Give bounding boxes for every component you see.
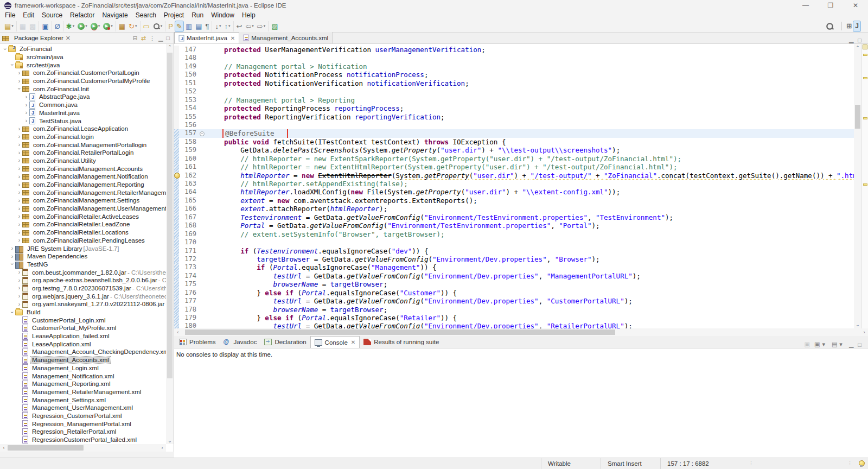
line-number[interactable]: 163 xyxy=(179,180,199,188)
highlighter-button[interactable]: ✎ xyxy=(175,21,183,31)
show-selected-element-button[interactable]: ▥ xyxy=(184,21,193,31)
menu-search[interactable]: Search xyxy=(132,11,160,20)
line-number[interactable]: 178 xyxy=(179,306,199,314)
coverage-button[interactable]: ▶▾ xyxy=(90,21,101,31)
line-number[interactable]: 169 xyxy=(179,230,199,238)
code-line[interactable]: 176 } else if (Portal.equalsIgnoreCase("… xyxy=(174,289,854,297)
search-icon[interactable] xyxy=(826,22,834,30)
tree-item[interactable]: LeaseApplication.xml xyxy=(0,340,166,348)
run-dropdown-icon[interactable]: ▾ xyxy=(85,24,87,28)
code-line[interactable]: 177 testUrl = GetData.getValueFromConfig… xyxy=(174,297,854,305)
line-number[interactable]: 174 xyxy=(179,272,199,280)
debug-dropdown-icon[interactable]: ▾ xyxy=(73,24,75,28)
scroll-left-icon[interactable]: ‹ xyxy=(174,329,182,335)
line-number[interactable]: 153 xyxy=(179,96,199,104)
forward-button[interactable]: ⇨▾ xyxy=(256,21,266,31)
view-tab-declaration[interactable]: Declaration xyxy=(260,336,310,348)
expand-arrow-icon[interactable]: › xyxy=(16,269,22,275)
editor-vertical-scrollbar[interactable]: ⌃ ⌄ xyxy=(854,44,861,328)
editor-tab-management-accounts-xml[interactable]: Management_Accounts.xml xyxy=(239,32,333,43)
code-line[interactable]: 160 // htmlReporter = new ExtentSparkRep… xyxy=(174,155,854,163)
display-selected-console-icon[interactable]: ▣▾ xyxy=(814,341,827,348)
code-line[interactable]: 171 if (Testenvironment.equalsIgnoreCase… xyxy=(174,247,854,255)
line-number[interactable]: 171 xyxy=(179,247,199,255)
last-edit-location-button[interactable]: ↩ xyxy=(235,21,244,31)
code-line[interactable]: 158 public void fetchSuite(ITestContext … xyxy=(174,138,854,146)
expand-arrow-icon[interactable]: › xyxy=(23,94,29,100)
debug-button[interactable]: ✱▾ xyxy=(65,21,75,31)
tree-item[interactable]: Management_Notification.xml xyxy=(0,372,166,380)
expand-arrow-icon[interactable]: › xyxy=(23,102,29,108)
line-number[interactable]: 172 xyxy=(179,255,199,263)
view-menu-icon[interactable]: ⋮ xyxy=(149,35,155,42)
tree-item[interactable]: ›Common.java xyxy=(0,101,166,109)
scrollbar-thumb[interactable] xyxy=(855,105,860,129)
close-button[interactable]: ✕ xyxy=(843,0,868,11)
search-flashlight-dropdown-icon[interactable]: ▾ xyxy=(161,24,163,28)
code-line[interactable]: 174 testUrl = GetData.getValueFromConfig… xyxy=(174,272,854,280)
line-number[interactable]: 149 xyxy=(179,62,199,71)
code-line[interactable]: 149 // Management portal > Notification xyxy=(174,62,854,71)
line-number[interactable]: 167 xyxy=(179,213,199,221)
quickfix-warning-icon[interactable] xyxy=(174,172,179,180)
scrollbar-thumb[interactable] xyxy=(185,329,615,335)
editor-horizontal-scrollbar[interactable]: ‹ › xyxy=(174,328,868,336)
tree-item[interactable]: ›JRE System Library [JavaSE-1.7] xyxy=(0,244,166,252)
menu-help[interactable]: Help xyxy=(238,11,259,20)
tree-item[interactable]: CustomerPortal_MyProfile.xml xyxy=(0,324,166,332)
tree-item[interactable]: Management_Settings.xml xyxy=(0,396,166,404)
caret-position-status[interactable]: 157 : 17 : 6882 xyxy=(660,458,731,469)
tree-item[interactable]: ›com.ZoFinancial.Init xyxy=(0,85,166,93)
expand-arrow-icon[interactable]: › xyxy=(9,253,15,259)
line-number[interactable]: 147 xyxy=(179,46,199,54)
tree-item[interactable]: ›org.apache-extras.beanshell.bsh_2.0.0.b… xyxy=(0,276,166,284)
previous-annotation-button[interactable]: ↑▾ xyxy=(224,21,232,31)
code-line[interactable]: 155 protected ReportingVerification repo… xyxy=(174,113,854,121)
tree-item[interactable]: Management_UserManagement.xml xyxy=(0,404,166,412)
expand-arrow-icon[interactable]: › xyxy=(23,118,29,124)
menu-run[interactable]: Run xyxy=(188,11,207,20)
code-line[interactable]: 163 // htmlReporter.setAppendExisting(fa… xyxy=(174,180,854,188)
restore-button[interactable]: ❐ xyxy=(818,0,843,11)
line-number[interactable]: 156 xyxy=(179,121,199,129)
collapse-arrow-icon[interactable]: › xyxy=(2,46,8,52)
line-number[interactable]: 176 xyxy=(179,289,199,297)
code-line[interactable]: 156 xyxy=(174,121,854,129)
code-line[interactable]: 159 GetData.deletePastScreenshots(System… xyxy=(174,146,854,154)
line-number[interactable]: 166 xyxy=(179,205,199,213)
warning-marker-icon[interactable] xyxy=(863,54,867,56)
menu-window[interactable]: Window xyxy=(207,11,238,20)
tree-item[interactable]: src/main/java xyxy=(0,53,166,61)
tree-item[interactable]: ›com.ZoFinancial.login xyxy=(0,133,166,141)
tree-item[interactable]: Management_RetailerManagement.xml xyxy=(0,388,166,396)
line-number[interactable]: 168 xyxy=(179,221,199,230)
back-dropdown-icon[interactable]: ▾ xyxy=(252,24,254,28)
scroll-down-icon[interactable]: ⌄ xyxy=(854,322,861,327)
scroll-down-icon[interactable]: ⌄ xyxy=(166,438,174,443)
line-number[interactable]: 180 xyxy=(179,322,199,328)
tree-item[interactable]: RegressionCustomerPortal_failed.xml xyxy=(0,436,166,444)
code-line[interactable]: 178 browserName = targetBrowser; xyxy=(174,306,854,314)
collapse-all-icon[interactable]: ⊟ xyxy=(132,35,137,42)
menu-navigate[interactable]: Navigate xyxy=(98,11,131,20)
notification-lightbulb-icon[interactable] xyxy=(859,460,864,466)
view-tab-results-of-running-suite[interactable]: Results of running suite xyxy=(360,336,443,348)
expand-arrow-icon[interactable]: › xyxy=(16,213,22,219)
profile-dropdown-icon[interactable]: ▾ xyxy=(111,24,113,28)
line-number[interactable]: 164 xyxy=(179,188,199,196)
minimize-view-icon[interactable]: ▁ xyxy=(849,341,853,348)
line-number[interactable]: 173 xyxy=(179,263,199,271)
warning-marker-icon[interactable] xyxy=(863,77,867,79)
scroll-right-icon[interactable]: › xyxy=(860,329,868,335)
show-outline-button[interactable]: ▤ xyxy=(194,21,203,31)
tree-item[interactable]: ›com.ZoFinancialManagement.UserManagemen… xyxy=(0,205,166,213)
line-number[interactable]: 154 xyxy=(179,104,199,112)
expand-arrow-icon[interactable]: › xyxy=(9,245,15,251)
code-line[interactable]: 154 protected ReportingProcess reporting… xyxy=(174,104,854,112)
mark-occurrences-button[interactable]: P xyxy=(167,21,174,31)
scroll-up-icon[interactable]: ⌃ xyxy=(854,45,861,50)
collapse-arrow-icon[interactable]: › xyxy=(9,261,15,267)
package-explorer-horizontal-scrollbar[interactable]: ‹ › xyxy=(0,444,166,452)
tree-item[interactable]: ›ZoFinancial xyxy=(0,45,166,53)
code-line[interactable]: 169 // extent.setSystemInfo("Browser", t… xyxy=(174,230,854,238)
